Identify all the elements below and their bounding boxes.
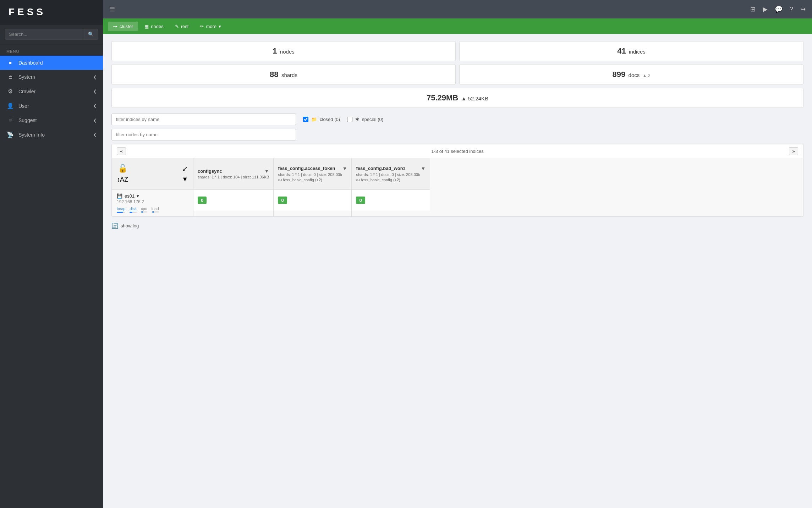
sidebar-item-system-info[interactable]: 📡 System Info ❮ [0,127,103,142]
grid-icon[interactable]: ⊞ [750,5,756,13]
search-button[interactable]: 🔍 [84,29,98,40]
tag-icon: 🏷 [356,178,360,182]
index-header-top: fess_config.access_token ▼ [278,166,347,171]
disk-label[interactable]: disk [130,206,137,211]
index-header-bad-word: fess_config.bad_word ▼ shards: 1 * 1 | d… [352,158,430,189]
next-page-button[interactable]: » [789,147,798,155]
main-content: ☰ ⊞ ▶ 💬 ? ↪ ⊶ cluster ▦ nodes ✎ rest ✏ m… [103,0,812,508]
chevron-icon: ❮ [93,75,97,79]
nodes-label: nodes [280,49,295,55]
docs-label: docs [629,72,640,78]
chevron-icon: ❮ [93,118,97,123]
index-col-access-token: fess_config.access_token ▼ shards: 1 * 1… [274,158,352,216]
tab-nodes[interactable]: ▦ nodes [139,22,168,31]
tab-rest[interactable]: ✎ rest [170,22,194,31]
sidebar-item-label: User [18,103,29,109]
cpu-dot [141,211,143,213]
shard-cell-access-token: 0 [274,189,351,211]
index-dropdown-icon[interactable]: ▼ [264,168,269,174]
heap-label[interactable]: heap [117,206,125,211]
index-tag: 🏷 fess_basic_config (+2) [278,178,347,182]
folder-icon: 📁 [311,117,317,122]
more-tab-icon: ✏ [200,24,204,29]
rest-tab-label: rest [181,24,189,29]
header-left-icons: 🔓 ↕AZ [117,164,128,183]
show-log[interactable]: 🔄 show log [111,222,803,229]
system-info-icon: 📡 [6,131,14,138]
system-icon: 🖥 [6,74,14,80]
disk-bar [130,212,137,213]
sidebar-item-label: Dashboard [18,60,43,66]
play-icon[interactable]: ▶ [763,5,768,13]
size-stat: 75.29MB ▲ 52.24KB [111,88,803,108]
shard-cell-configsync: 0 [193,189,273,211]
shard-badge: 0 [356,197,365,204]
stats-grid: 1 nodes 41 indices [111,41,803,61]
index-dropdown-icon[interactable]: ▼ [342,166,347,171]
index-header-top: configsync ▼ [198,168,269,174]
filter-down-icon[interactable]: ▼ [182,176,188,183]
logout-icon[interactable]: ↪ [800,5,806,13]
topbar-right: ⊞ ▶ 💬 ? ↪ [750,5,806,13]
shard-cell-bad-word: 0 [352,189,430,211]
tab-more[interactable]: ✏ more ▾ [195,22,226,31]
sidebar-item-label: System [18,74,35,80]
cpu-bar [141,211,147,212]
size-delta: ▲ 52.24KB [461,95,489,101]
prev-page-button[interactable]: « [117,147,126,155]
sidebar-item-suggest[interactable]: ≡ Suggest ❮ [0,113,103,127]
metric-disk[interactable]: disk [130,206,137,213]
closed-checkbox[interactable] [303,117,308,122]
index-name: configsync [198,169,222,174]
suggest-icon: ≡ [6,117,14,123]
index-name: fess_config.access_token [278,166,335,171]
index-info: shards: 1 * 1 | docs: 0 | size: 208.00b [356,172,426,177]
expand-icon[interactable]: ⤢ [182,164,188,173]
sidebar-item-user[interactable]: 👤 User ❮ [0,99,103,113]
node-column: 🔓 ↕AZ ⤢ ▼ 💾 es01 ▾ 192.168.176.2 [112,158,193,216]
cpu-label[interactable]: cpu [141,206,147,211]
closed-label: closed (0) [320,117,340,122]
index-name: fess_config.bad_word [356,166,405,171]
filter-indices-input[interactable] [111,114,296,125]
sidebar: FESS 🔍 MENU ● Dashboard 🖥 System ❮ ⚙ Cra… [0,0,103,508]
search-bar: 🔍 [0,24,103,44]
docs-count: 899 [613,70,626,79]
hamburger-icon[interactable]: ☰ [109,5,115,13]
node-metrics: heap disk cpu [117,206,188,213]
topbar-left: ☰ [109,5,115,13]
more-dropdown-icon: ▾ [219,24,221,29]
sidebar-item-system[interactable]: 🖥 System ❮ [0,70,103,84]
table-nav: « 1-3 of 41 selected indices » [111,144,803,158]
heap-bar-fill [117,212,123,213]
lock-icon[interactable]: 🔓 [118,164,127,173]
node-name: 💾 es01 ▾ [117,193,188,199]
topbar: ☰ ⊞ ▶ 💬 ? ↪ [103,0,812,18]
index-columns: configsync ▼ shards: 1 * 1 | docs: 104 |… [193,158,803,216]
special-label: special (0) [362,117,383,122]
crawler-icon: ⚙ [6,88,14,95]
chat-icon[interactable]: 💬 [775,5,783,13]
index-dropdown-icon[interactable]: ▼ [421,166,426,171]
tab-cluster[interactable]: ⊶ cluster [108,22,138,31]
sort-az-icon[interactable]: ↕AZ [117,176,128,183]
app-logo: FESS [0,0,103,24]
shard-badge: 0 [278,197,287,204]
filter-nodes-input[interactable] [111,129,296,140]
load-label[interactable]: load [152,206,159,211]
metric-load[interactable]: load [152,206,159,213]
metric-heap[interactable]: heap [117,206,125,213]
sidebar-item-label: Crawler [18,89,35,94]
chevron-icon: ❮ [93,104,97,108]
search-input[interactable] [5,29,84,40]
special-checkbox[interactable] [347,117,352,122]
refresh-icon: 🔄 [111,222,119,229]
sidebar-item-crawler[interactable]: ⚙ Crawler ❮ [0,84,103,99]
disk-bar-fill [130,212,132,213]
docs-delta: ▲ 2 [643,73,651,78]
help-icon[interactable]: ? [790,6,793,13]
node-dropdown-icon[interactable]: ▾ [137,193,139,199]
sidebar-item-dashboard[interactable]: ● Dashboard [0,56,103,70]
metric-cpu[interactable]: cpu [141,206,147,213]
node-ip: 192.168.176.2 [117,199,188,204]
